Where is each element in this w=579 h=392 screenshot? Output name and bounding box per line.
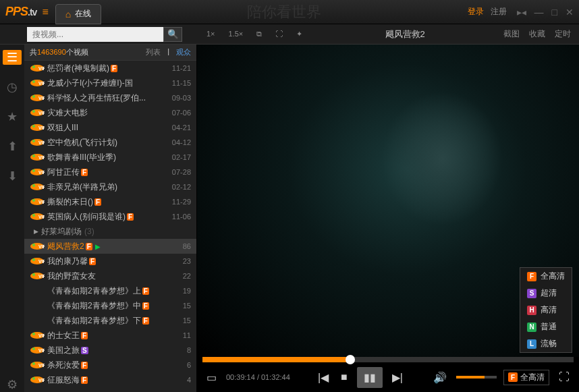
- quality-shd[interactable]: S超清: [520, 285, 572, 302]
- list-item[interactable]: 《青春如期2青春梦想》下F15: [24, 313, 196, 328]
- list-item[interactable]: VIP我的康乃馨F23: [24, 254, 196, 269]
- category-header[interactable]: ▶好莱坞剧场(3): [24, 224, 196, 239]
- vip-badge: VIP: [30, 123, 45, 132]
- svg-point-22: [32, 169, 35, 172]
- volume-icon[interactable]: 🔊: [431, 368, 449, 387]
- list-item[interactable]: 《青春如期2青春梦想》上F19: [24, 283, 196, 298]
- svg-point-4: [32, 80, 35, 83]
- svg-text:VIP: VIP: [38, 348, 45, 353]
- prev-button[interactable]: |◀: [315, 368, 331, 387]
- sidebar-download-icon[interactable]: ⬇: [7, 169, 18, 184]
- svg-text:VIP: VIP: [38, 333, 45, 338]
- sidebar-star-icon[interactable]: ★: [7, 109, 18, 124]
- list-item[interactable]: VIP英国病人(别问我是谁)F11-06: [24, 209, 196, 224]
- quality-hd[interactable]: H高清: [520, 302, 572, 318]
- svg-point-19: [32, 155, 35, 157]
- quality-sd[interactable]: N普通: [520, 318, 572, 335]
- stop-button[interactable]: ■: [338, 368, 350, 386]
- list-item[interactable]: VIP惩罚者(神鬼制裁)F11-21: [24, 61, 196, 76]
- compact-icon[interactable]: ▸◂: [517, 7, 526, 18]
- minimize-icon[interactable]: —: [534, 7, 544, 18]
- svg-point-10: [32, 110, 35, 113]
- tab-viewers[interactable]: 观众: [176, 47, 191, 57]
- popout-icon[interactable]: ⧉: [252, 28, 266, 40]
- list-item[interactable]: VIP双狙人III04-21: [24, 120, 196, 135]
- fullscreen-icon[interactable]: ⛶: [271, 28, 287, 40]
- sidebar-history-icon[interactable]: ◷: [7, 80, 18, 94]
- list-item[interactable]: VIP我的野蛮女友22: [24, 269, 196, 283]
- svg-text:VIP: VIP: [38, 259, 45, 264]
- favorite-button[interactable]: 收藏: [529, 28, 545, 40]
- maximize-icon[interactable]: □: [552, 7, 557, 18]
- item-title: 空中危机(飞行计划): [47, 137, 172, 148]
- item-title: 美国之旅S: [47, 345, 187, 356]
- star-icon[interactable]: ✦: [292, 28, 306, 40]
- list-item[interactable]: VIP灾难大电影07-06: [24, 105, 196, 120]
- list-item[interactable]: VIP非亲兄弟(半路兄弟)02-12: [24, 179, 196, 194]
- item-date: 11-29: [172, 198, 191, 206]
- search-input[interactable]: [27, 27, 163, 42]
- sidebar-upload-icon[interactable]: ⬆: [7, 139, 18, 154]
- item-title: 我的康乃馨F: [47, 256, 183, 267]
- search-button[interactable]: 🔍: [163, 27, 182, 42]
- item-date: 07-28: [172, 168, 191, 176]
- tab-online[interactable]: ⌂ 在线: [55, 4, 101, 24]
- screenshot-button[interactable]: 截图: [503, 28, 520, 40]
- sidebar-list-icon[interactable]: ☰: [3, 50, 22, 65]
- category-count: (3): [84, 227, 94, 236]
- register-link[interactable]: 注册: [491, 6, 507, 18]
- quality-fhd[interactable]: F全高清: [520, 268, 572, 285]
- quality-smooth[interactable]: L流畅: [520, 335, 572, 352]
- svg-text:VIP: VIP: [38, 96, 45, 101]
- speed-1x[interactable]: 1×: [202, 28, 219, 40]
- sidebar-settings-icon[interactable]: ⚙: [7, 377, 18, 392]
- item-date: 11-21: [172, 64, 191, 72]
- timer-button[interactable]: 定时: [555, 28, 571, 40]
- speed-15x[interactable]: 1.5×: [225, 28, 248, 40]
- login-link[interactable]: 登录: [468, 6, 484, 18]
- progress-bar[interactable]: [202, 357, 574, 362]
- list-item[interactable]: VIP飓风营救2F▶86: [24, 239, 196, 254]
- item-title: 双狙人III: [47, 122, 172, 134]
- item-date: 8: [187, 346, 191, 354]
- fullscreen-button[interactable]: ⛶: [556, 368, 572, 386]
- category-label: 好莱坞剧场: [41, 226, 82, 237]
- list-item[interactable]: VIP征服怒海F4: [24, 372, 196, 387]
- close-icon[interactable]: ✕: [566, 7, 574, 18]
- item-date: 02-12: [172, 183, 191, 191]
- list-item[interactable]: VIP阿甘正传F07-28: [24, 165, 196, 179]
- next-button[interactable]: ▶|: [389, 368, 406, 387]
- svg-text:VIP: VIP: [38, 140, 45, 145]
- list-item[interactable]: 《青春如期2青春梦想》中F15: [24, 298, 196, 313]
- item-date: 07-06: [172, 109, 191, 117]
- item-date: 19: [183, 287, 191, 295]
- volume-slider[interactable]: [456, 376, 497, 379]
- list-item[interactable]: VIP杀死汝爱F6: [24, 358, 196, 372]
- menu-icon[interactable]: ≡: [42, 6, 48, 18]
- item-title: 《青春如期2青春梦想》上F: [47, 285, 183, 297]
- tab-list[interactable]: 列表: [146, 47, 161, 57]
- f-badge: F: [142, 302, 149, 310]
- svg-text:VIP: VIP: [38, 66, 45, 71]
- list-item[interactable]: VIP美国之旅S8: [24, 343, 196, 358]
- video-title: 飓风营救2: [306, 28, 503, 40]
- svg-point-1: [32, 65, 35, 68]
- chevron-right-icon: ▶: [34, 228, 38, 235]
- f-badge: F: [86, 243, 92, 250]
- list-item[interactable]: VIP撕裂的末日()F11-29: [24, 194, 196, 209]
- pause-button[interactable]: ▮▮: [357, 367, 383, 388]
- list-item[interactable]: VIP科学怪人之再生情狂(罗伯...09-03: [24, 90, 196, 105]
- f-badge: F: [81, 376, 88, 384]
- svg-point-37: [32, 258, 35, 261]
- list-item[interactable]: VIP空中危机(飞行计划)04-12: [24, 135, 196, 150]
- svg-text:VIP: VIP: [38, 170, 45, 175]
- list-item[interactable]: VIP龙威小子I(小子难缠I)-国11-15: [24, 76, 196, 90]
- list-item[interactable]: VIP歌舞青春III(毕业季)02-17: [24, 150, 196, 165]
- quality-button[interactable]: F全高清: [503, 370, 549, 385]
- svg-point-49: [32, 362, 35, 365]
- svg-text:VIP: VIP: [38, 81, 45, 86]
- list-item[interactable]: VIP的士女王F11: [24, 328, 196, 343]
- mode-icon[interactable]: ▭: [204, 368, 219, 387]
- vip-badge: VIP: [30, 213, 45, 221]
- vip-badge: VIP: [30, 376, 45, 384]
